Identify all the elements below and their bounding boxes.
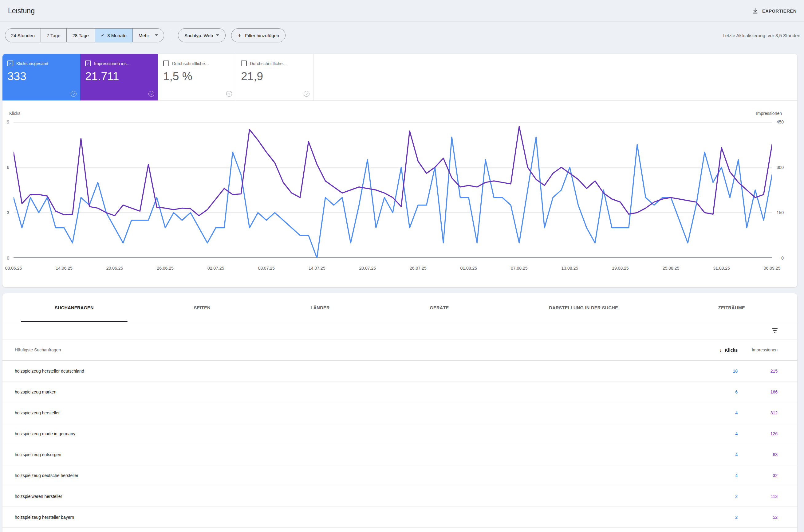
performance-line-chart [14,122,772,258]
export-label: EXPORTIEREN [762,8,797,14]
checkbox-unchecked-icon[interactable] [241,60,247,66]
metric-tile-klicks-insgesamt[interactable]: ✓Klicks insgesamt333? [2,54,80,100]
column-header-impressionen[interactable]: Impressionen [737,347,778,352]
impressionen-cell: 126 [737,431,778,436]
dimension-tabs: SUCHANFRAGENSEITENLÄNDERGERÄTEDARSTELLUN… [2,293,797,322]
table-filter-row [2,322,797,339]
metric-tile-value: 1,5 % [163,70,231,83]
tab-suchanfragen[interactable]: SUCHANFRAGEN [21,293,128,322]
column-header-queries[interactable]: Häufigste Suchanfragen [15,347,698,352]
left-axis-ticks: 9630 [2,122,12,258]
klicks-cell: 2 [698,494,737,499]
tab-label: SEITEN [194,305,210,310]
metric-tile-impressionen-ins[interactable]: ✓Impressionen ins…21.711? [80,54,158,100]
x-tick-label: 08.06.25 [5,266,22,271]
right-tick-0: 0 [781,255,784,261]
table-row[interactable]: holzspielzeug hersteller bayern252 [2,507,797,528]
tab-zeiträume[interactable]: ZEITRÄUME [685,293,779,322]
help-icon[interactable]: ? [148,91,154,97]
range-chip-3-monate[interactable]: ✓3 Monate [95,28,132,42]
help-icon[interactable]: ? [226,91,232,97]
tab-darstellung-in-der-suche[interactable]: DARSTELLUNG IN DER SUCHE [515,293,652,322]
left-tick-6: 6 [7,165,9,170]
date-range-chip-group: 24 Stunden7 Tage28 Tage✓3 MonateMehr [5,28,164,42]
search-type-label: Suchtyp: Web [184,33,213,38]
klicks-cell: 2 [698,515,737,520]
export-button[interactable]: EXPORTIEREN [749,0,799,21]
left-tick-0: 0 [7,255,9,261]
tab-seiten[interactable]: SEITEN [160,293,244,322]
column-header-klicks[interactable]: ↓Klicks [698,347,737,353]
metric-tiles-row: ✓Klicks insgesamt333?✓Impressionen ins…2… [2,54,797,101]
impressionen-cell: 312 [737,410,778,415]
x-tick-label: 06.09.25 [764,266,781,271]
table-row[interactable]: holzspielzeug marken6166 [2,381,797,402]
search-type-chip[interactable]: Suchtyp: Web [178,28,226,42]
metric-tile-header: ✓Klicks insgesamt [7,60,75,66]
range-chip-label: Mehr [138,33,149,38]
table-row[interactable]: holzspielzeug made in germany4126 [2,423,797,444]
tab-label: ZEITRÄUME [718,305,745,310]
range-chip-28-tage[interactable]: 28 Tage [67,28,95,42]
add-filter-chip[interactable]: + Filter hinzufügen [231,28,285,42]
x-tick-label: 07.08.25 [511,266,528,271]
x-tick-label: 26.06.25 [157,266,174,271]
right-tick-450: 450 [777,119,784,125]
series-line-impressionen [14,127,772,216]
performance-chart-card: ✓Klicks insgesamt333?✓Impressionen ins…2… [2,54,797,287]
table-row[interactable]: holzspielwaren hersteller2113 [2,486,797,507]
sort-desc-icon: ↓ [719,347,722,353]
x-tick-label: 01.08.25 [461,266,477,271]
checkbox-unchecked-icon[interactable] [163,60,169,66]
right-axis-title: Impressionen [756,111,782,116]
impressionen-cell: 113 [737,494,778,499]
help-icon[interactable]: ? [304,91,310,97]
x-tick-label: 31.08.25 [713,266,730,271]
app-header: Leistung EXPORTIEREN [0,0,804,22]
metric-tile-durchschnittliche[interactable]: Durchschnittliche…21,9? [236,54,314,100]
table-row[interactable]: holzspielzeug entsorgen463 [2,444,797,465]
impressionen-cell: 52 [737,515,778,520]
page-title: Leistung [8,7,35,15]
range-chip-24-stunden[interactable]: 24 Stunden [5,28,41,42]
query-cell: holzspielzeug hersteller bayern [15,515,698,520]
table-row[interactable]: holzspielzeug hersteller deutschland1821… [2,361,797,381]
metric-tile-label: Klicks insgesamt [16,61,48,66]
klicks-cell: 4 [698,410,737,415]
range-chip-label: 7 Tage [47,33,60,38]
query-cell: holzspielzeug hersteller deutschland [15,368,698,374]
x-tick-label: 25.08.25 [662,266,679,271]
query-cell: holzspielwaren hersteller [15,494,698,499]
add-filter-label: Filter hinzufügen [245,33,279,38]
metric-tile-header: ✓Impressionen ins… [85,60,153,66]
x-tick-label: 19.08.25 [612,266,629,271]
impressionen-cell: 215 [737,368,778,374]
impressionen-cell: 166 [737,390,778,394]
right-axis-ticks: 4503001500 [771,122,784,258]
range-chip-7-tage[interactable]: 7 Tage [41,28,67,42]
tab-länder[interactable]: LÄNDER [277,293,363,322]
table-header-row: Häufigste Suchanfragen ↓Klicks Impressio… [2,339,797,361]
left-axis-title: Klicks [9,111,21,116]
left-tick-3: 3 [7,210,9,215]
checkbox-checked-icon[interactable]: ✓ [85,60,91,66]
query-cell: holzspielzeug entsorgen [15,452,698,457]
checkbox-checked-icon[interactable]: ✓ [7,60,13,66]
help-icon[interactable]: ? [71,91,76,97]
klicks-cell: 18 [698,368,737,374]
table-body: holzspielzeug hersteller deutschland1821… [2,361,797,528]
metric-tile-header: Durchschnittliche… [163,60,231,66]
filter-icon[interactable] [771,327,778,334]
klicks-cell: 6 [698,390,737,394]
table-row[interactable]: holzspielzeug deutsche hersteller432 [2,465,797,486]
metric-tile-header: Durchschnittliche… [241,60,308,66]
range-chip-label: 3 Monate [107,33,127,38]
metric-tile-value: 21,9 [241,70,308,83]
query-cell: holzspielzeug marken [15,390,698,394]
range-chip-mehr[interactable]: Mehr [132,28,164,42]
search-console-performance-page: { "header": { "title": "Leistung", "expo… [0,0,804,532]
metric-tile-durchschnittliche[interactable]: Durchschnittliche…1,5 %? [158,54,236,100]
table-row[interactable]: holzspielzeug hersteller4312 [2,402,797,423]
tab-geräte[interactable]: GERÄTE [396,293,483,322]
check-icon: ✓ [101,33,105,38]
